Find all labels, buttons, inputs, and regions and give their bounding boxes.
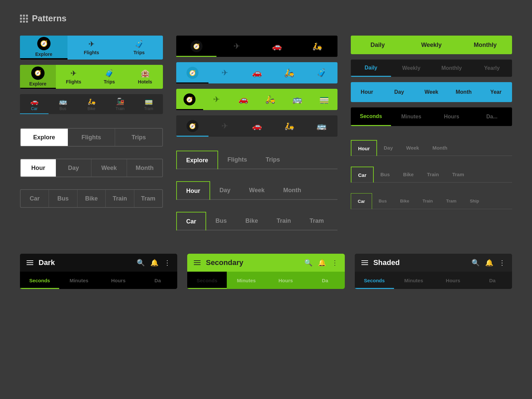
tab-tram[interactable]: 🚃 Tram: [134, 94, 163, 114]
tt-year-cyan[interactable]: Year: [480, 82, 512, 102]
tab-car[interactable]: 🚗 Car: [20, 94, 49, 114]
icon-tab-bike-green[interactable]: 🛵: [257, 89, 284, 110]
icon-tab-plane-dark[interactable]: ✈: [208, 115, 241, 137]
mid-outline-flights[interactable]: Flights: [218, 151, 256, 169]
rot-tram-sm[interactable]: Tram: [440, 193, 463, 209]
tt-minutes-black[interactable]: Minutes: [391, 107, 431, 126]
tab-hotels-green[interactable]: 🏨 Hotels: [127, 65, 163, 89]
icon-tab-bike-black[interactable]: 🛵: [297, 36, 337, 57]
icon-tab-car-black[interactable]: 🚗: [257, 36, 297, 57]
tt-month-cyan[interactable]: Month: [448, 82, 480, 102]
rot-train-sm[interactable]: Train: [416, 193, 440, 209]
tt-daily-dark[interactable]: Daily: [351, 60, 391, 77]
tt-week-cyan[interactable]: Week: [415, 82, 448, 102]
tt-da-black[interactable]: Da...: [472, 107, 512, 126]
bell-icon-shaded[interactable]: 🔔: [485, 259, 493, 267]
icon-tab-bus-dark[interactable]: 🚌: [305, 115, 337, 137]
mid-outline-week[interactable]: Week: [240, 181, 274, 199]
outline-tab-flights[interactable]: Flights: [68, 129, 115, 146]
tt-monthly-dark[interactable]: Monthly: [432, 60, 472, 77]
mid-outline-trips[interactable]: Trips: [256, 151, 289, 169]
icon-tab-bag-blue[interactable]: 🧳: [305, 62, 337, 83]
mid-outline-day[interactable]: Day: [210, 181, 240, 199]
abt-seconds-shaded[interactable]: Seconds: [355, 272, 394, 289]
more-icon-shaded[interactable]: ⋮: [499, 259, 505, 267]
bell-icon-secondary[interactable]: 🔔: [318, 259, 326, 267]
abt-da-secondary[interactable]: Da: [305, 272, 344, 289]
rot-bus[interactable]: Bus: [374, 167, 396, 182]
tab-trips[interactable]: 🧳 Trips: [115, 36, 163, 60]
mid-outline-hour[interactable]: Hour: [176, 181, 210, 200]
search-icon-shaded[interactable]: 🔍: [471, 259, 480, 267]
rot-day[interactable]: Day: [377, 140, 400, 156]
outline-tab-month[interactable]: Month: [127, 159, 162, 177]
outline-tab-bus[interactable]: Bus: [49, 190, 77, 207]
hamburger-icon-secondary[interactable]: [194, 260, 200, 265]
tt-day-cyan[interactable]: Day: [383, 82, 415, 102]
rot-week[interactable]: Week: [400, 140, 426, 156]
tt-hours-black[interactable]: Hours: [432, 107, 472, 126]
rot-month[interactable]: Month: [426, 140, 454, 156]
abt-minutes-dark[interactable]: Minutes: [59, 272, 98, 289]
outline-tab-bike[interactable]: Bike: [77, 190, 106, 207]
mid-outline-car[interactable]: Car: [176, 212, 206, 230]
rot-bike[interactable]: Bike: [396, 167, 420, 182]
mid-outline-train[interactable]: Train: [267, 212, 300, 230]
tt-seconds-black[interactable]: Seconds: [351, 107, 391, 126]
icon-tab-bike-dark[interactable]: 🛵: [273, 115, 305, 137]
hamburger-icon-dark[interactable]: [27, 260, 33, 265]
rot-bike-sm[interactable]: Bike: [393, 193, 416, 209]
more-icon-dark[interactable]: ⋮: [164, 259, 171, 267]
rot-ship-sm[interactable]: Ship: [463, 193, 486, 209]
tt-daily[interactable]: Daily: [351, 36, 405, 54]
abt-minutes-secondary[interactable]: Minutes: [227, 272, 266, 289]
icon-tab-compass-dark[interactable]: 🧭: [176, 115, 208, 137]
mid-outline-month[interactable]: Month: [274, 181, 311, 199]
search-icon-secondary[interactable]: 🔍: [304, 259, 313, 267]
mid-outline-explore[interactable]: Explore: [176, 151, 218, 169]
tab-trips-green[interactable]: 🧳 Trips: [91, 65, 127, 89]
outline-tab-tram[interactable]: Tram: [134, 190, 162, 207]
icon-tab-bike-blue[interactable]: 🛵: [273, 62, 305, 83]
tab-bike[interactable]: 🛵 Bike: [77, 94, 106, 114]
tt-weekly[interactable]: Weekly: [405, 36, 459, 54]
icon-tab-compass-green[interactable]: 🧭: [176, 89, 203, 110]
icon-tab-plane-black[interactable]: ✈: [216, 36, 257, 57]
rot-bus-sm[interactable]: Bus: [372, 193, 394, 209]
outline-tab-hour[interactable]: Hour: [21, 159, 56, 177]
outline-tab-trips[interactable]: Trips: [115, 129, 162, 146]
icon-tab-car-dark[interactable]: 🚗: [241, 115, 273, 137]
abt-hours-dark[interactable]: Hours: [99, 272, 138, 289]
abt-da-shaded[interactable]: Da: [473, 272, 512, 289]
tab-explore-green[interactable]: 🧭 Explore: [20, 65, 56, 89]
abt-hours-secondary[interactable]: Hours: [266, 272, 305, 289]
icon-tab-car-blue[interactable]: 🚗: [241, 62, 273, 83]
tab-flights-green[interactable]: ✈ Flights: [56, 65, 92, 89]
abt-seconds-secondary[interactable]: Seconds: [187, 272, 226, 289]
mid-outline-bike[interactable]: Bike: [236, 212, 267, 230]
abt-da-dark[interactable]: Da: [138, 272, 177, 289]
outline-tab-car[interactable]: Car: [21, 190, 49, 207]
outline-tab-explore[interactable]: Explore: [21, 129, 68, 146]
rot-car-sm[interactable]: Car: [351, 193, 372, 209]
abt-minutes-shaded[interactable]: Minutes: [394, 272, 433, 289]
outline-tab-train[interactable]: Train: [106, 190, 134, 207]
outline-tab-week[interactable]: Week: [91, 159, 127, 177]
tab-train[interactable]: 🚂 Train: [106, 94, 134, 114]
outline-tab-day[interactable]: Day: [56, 159, 91, 177]
rot-train[interactable]: Train: [420, 167, 446, 182]
icon-tab-compass-blue[interactable]: 🧭: [176, 62, 208, 83]
more-icon-secondary[interactable]: ⋮: [332, 259, 338, 267]
tab-bus[interactable]: 🚌 Bus: [49, 94, 77, 114]
rot-tram[interactable]: Tram: [446, 167, 471, 182]
tt-weekly-dark[interactable]: Weekly: [391, 60, 431, 77]
icon-tab-plane-blue[interactable]: ✈: [208, 62, 241, 83]
tt-hour-cyan[interactable]: Hour: [351, 82, 383, 102]
tt-yearly-dark[interactable]: Yearly: [472, 60, 512, 77]
icon-tab-tram-green[interactable]: 🚃: [311, 89, 337, 110]
icon-tab-bus-green[interactable]: 🚌: [284, 89, 311, 110]
rot-hour[interactable]: Hour: [351, 140, 377, 156]
rot-car[interactable]: Car: [351, 167, 374, 183]
mid-outline-tram[interactable]: Tram: [300, 212, 333, 230]
tt-monthly[interactable]: Monthly: [458, 36, 512, 54]
